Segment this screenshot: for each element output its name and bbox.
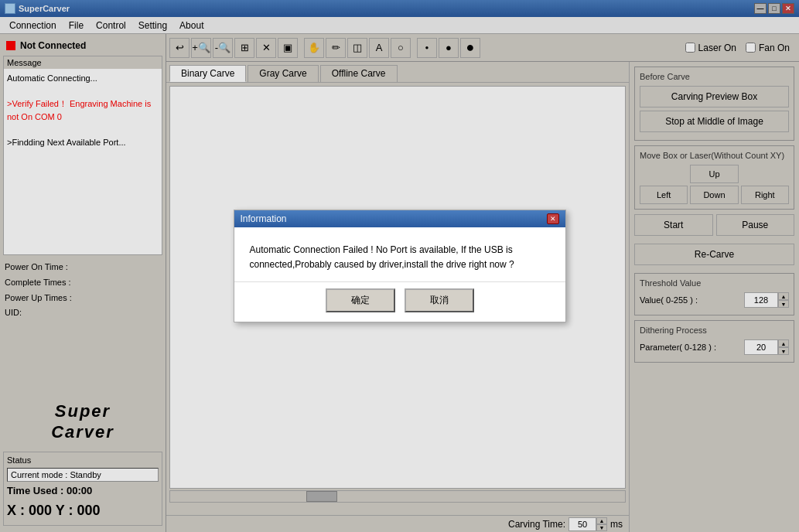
modal-body: Automatic Connection Failed ! No Port is…	[234, 227, 565, 281]
modal-cancel-button[interactable]: 取消	[405, 288, 474, 312]
modal-footer: 确定 取消	[234, 281, 565, 322]
modal-ok-button[interactable]: 确定	[326, 288, 395, 312]
modal-message: Automatic Connection Failed ! No Port is…	[250, 244, 514, 270]
modal-titlebar: Information ✕	[234, 210, 565, 227]
modal-close-button[interactable]: ✕	[547, 213, 559, 224]
modal-overlay[interactable]: Information ✕ Automatic Connection Faile…	[0, 0, 799, 532]
modal-dialog: Information ✕ Automatic Connection Faile…	[234, 210, 566, 322]
modal-title: Information	[241, 213, 287, 224]
